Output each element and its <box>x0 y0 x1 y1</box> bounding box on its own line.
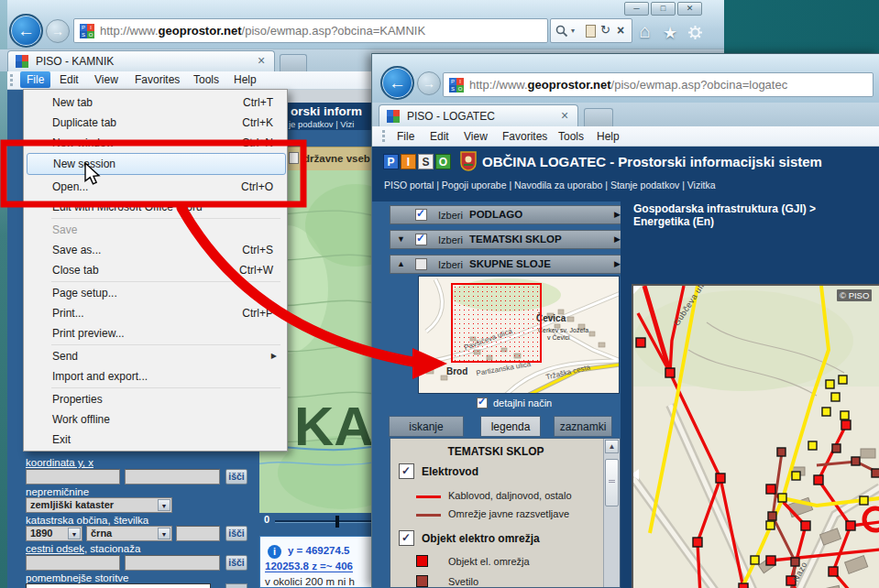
expand-arrow-icon[interactable]: ▶ <box>614 234 621 244</box>
tab-legenda[interactable]: legenda <box>480 416 541 437</box>
menu-file[interactable]: File <box>20 71 50 88</box>
maximize-button[interactable]: □ <box>651 2 676 16</box>
dropdown-arrow-icon[interactable]: ▼ <box>158 528 170 539</box>
menu-file[interactable]: File <box>390 128 421 145</box>
koordinata-label[interactable]: koordinata y, x <box>26 457 93 468</box>
header-links[interactable]: PISO portal | Pogoji uporabe | Navodila … <box>384 180 716 191</box>
menu-item-exit[interactable]: Exit <box>27 430 286 450</box>
tab-zaznamki[interactable]: zaznamki <box>554 416 612 437</box>
menu-item-new-tab[interactable]: New tabCtrl+T <box>27 93 286 113</box>
collapse-icon[interactable]: ▼ <box>397 234 405 244</box>
menu-item-open[interactable]: Open...Ctrl+O <box>27 177 286 197</box>
checkbox[interactable]: ✓ <box>399 463 414 479</box>
isci-button[interactable]: išči <box>225 555 247 571</box>
menu-edit[interactable]: Edit <box>53 71 85 88</box>
koordinata-y-input[interactable] <box>26 469 120 485</box>
minimize-button[interactable]: ─ <box>624 2 649 16</box>
overview-extent-rect[interactable] <box>451 283 542 363</box>
expand-arrow-icon[interactable]: ▶ <box>614 210 621 219</box>
layer-bar-podlago[interactable]: ✓ Izberi PODLAGO ▶ <box>390 205 626 224</box>
search-box[interactable]: ▾ ↻ × <box>550 18 632 43</box>
checkbox[interactable]: ✓ <box>415 209 427 221</box>
menu-help[interactable]: Help <box>227 71 263 88</box>
stop-icon[interactable]: × <box>617 23 624 38</box>
isci-button[interactable]: išči <box>225 469 247 485</box>
settings-gear-icon[interactable] <box>687 25 703 40</box>
overview-map[interactable]: Čevica Cerkev sv. Jožefa v Čevici Brod P… <box>418 276 620 394</box>
menu-item-import-export[interactable]: Import and export... <box>27 366 286 387</box>
legend-scrollbar[interactable]: ▲ <box>603 439 620 587</box>
cestni-label[interactable]: cestni odsek, stacionaža <box>26 543 140 554</box>
expand-arrow-icon[interactable]: ▶ <box>614 259 621 268</box>
menu-item-properties[interactable]: Properties <box>27 389 286 409</box>
ko-parcel-input[interactable] <box>176 526 220 541</box>
scroll-thumb[interactable] <box>605 459 619 506</box>
storitve-select[interactable] <box>26 583 211 588</box>
piso-logo[interactable]: P I S O <box>383 154 456 170</box>
tab-iskanje[interactable]: iskanje <box>389 416 464 437</box>
cestni-odsek-input[interactable] <box>26 555 120 571</box>
compatibility-icon[interactable] <box>586 25 596 38</box>
menu-tools[interactable]: Tools <box>552 128 590 145</box>
checkbox[interactable] <box>289 152 299 164</box>
search-caret-icon[interactable]: ▾ <box>571 27 575 35</box>
dropdown-arrow-icon[interactable]: ▼ <box>68 528 81 539</box>
layer-bar-skupne[interactable]: ▲ Izberi SKUPNE SLOJE ▶ <box>390 255 626 274</box>
stacionaza-input[interactable] <box>125 555 220 571</box>
isci-button[interactable] <box>225 583 247 588</box>
pan-arrow-left[interactable] <box>632 469 639 480</box>
zoom-slider-thumb[interactable] <box>335 516 339 528</box>
checkbox[interactable]: ✓ <box>399 530 414 546</box>
isci-button[interactable]: išči <box>225 526 247 541</box>
koordinata-x-input[interactable] <box>125 469 220 485</box>
pan-arrow-top-left[interactable] <box>633 286 642 294</box>
layer-bar-tematski[interactable]: ▼ ✓ Izberi TEMATSKI SKLOP ▶ <box>390 230 626 249</box>
back-button[interactable]: ← <box>9 14 43 48</box>
tab-close-icon[interactable]: × <box>258 53 265 68</box>
menu-tools[interactable]: Tools <box>187 71 225 88</box>
nepremicnine-select[interactable]: zemljiški kataster▼ <box>26 497 172 513</box>
new-tab-stub[interactable] <box>280 54 307 71</box>
tab-piso-logatec[interactable]: PISO - LOGATEC × <box>379 104 578 126</box>
menu-item-work-offline[interactable]: Work offline <box>27 409 286 430</box>
menu-view[interactable]: View <box>88 71 125 88</box>
close-button[interactable]: ✕ <box>677 2 702 16</box>
menu-help[interactable]: Help <box>590 128 626 145</box>
map-canvas[interactable]: Gubčeva ulica Nazo © PISO 26.07.2 <box>632 284 879 588</box>
ko-number-select[interactable]: 1890▼ <box>26 526 82 541</box>
url-text[interactable]: http://www.geoprostor.net/piso/ewmap.asp… <box>100 24 544 38</box>
menu-item-edit-with-word[interactable]: Edit with Microsoft Office Word <box>27 197 286 217</box>
menu-favorites[interactable]: Favorites <box>128 71 186 88</box>
checkbox[interactable]: ✓ <box>415 234 427 245</box>
zoom-slider-track[interactable] <box>275 520 385 523</box>
menu-item-save-as[interactable]: Save as...Ctrl+S <box>27 240 286 260</box>
menu-item-print-preview[interactable]: Print preview... <box>27 323 286 343</box>
home-icon[interactable]: ⌂ <box>639 20 651 42</box>
refresh-icon[interactable]: ↻ <box>600 23 610 37</box>
dropdown-arrow-icon[interactable]: ▼ <box>158 499 170 511</box>
menu-item-send[interactable]: Send▶ <box>27 346 286 366</box>
menu-favorites[interactable]: Favorites <box>496 128 554 145</box>
menu-view[interactable]: View <box>457 128 494 145</box>
forward-button[interactable]: → <box>46 19 70 43</box>
menu-edit[interactable]: Edit <box>423 128 456 145</box>
new-tab-stub[interactable] <box>584 108 613 126</box>
collapse-icon[interactable]: ▲ <box>397 259 405 268</box>
url-text[interactable]: http://www.geoprostor.net/piso/ewmap.asp… <box>469 78 869 92</box>
favorites-star-icon[interactable]: ★ <box>663 23 677 43</box>
search-icon[interactable] <box>555 25 568 38</box>
address-bar[interactable]: P I S O http://www.geoprostor.net/piso/e… <box>73 18 548 43</box>
tab-piso-kamnik[interactable]: PISO - KAMNIK × <box>7 50 275 71</box>
ko-name-select[interactable]: črna▼ <box>86 526 172 541</box>
back-button[interactable]: ← <box>380 66 414 100</box>
address-bar[interactable]: P I S O http://www.geoprostor.net/piso/e… <box>443 72 874 97</box>
menu-item-new-window[interactable]: New windowCtrl+N <box>27 133 286 153</box>
forward-button[interactable]: → <box>417 71 441 95</box>
checkbox[interactable] <box>415 258 427 270</box>
scroll-up-button[interactable]: ▲ <box>605 440 619 453</box>
menu-item-duplicate-tab[interactable]: Duplicate tabCtrl+K <box>27 113 286 133</box>
checkbox[interactable]: ✓ <box>477 397 488 408</box>
menu-item-page-setup[interactable]: Page setup... <box>27 283 286 303</box>
menu-item-close-tab[interactable]: Close tabCtrl+W <box>27 260 286 280</box>
menu-item-new-session[interactable]: New session <box>27 153 286 175</box>
